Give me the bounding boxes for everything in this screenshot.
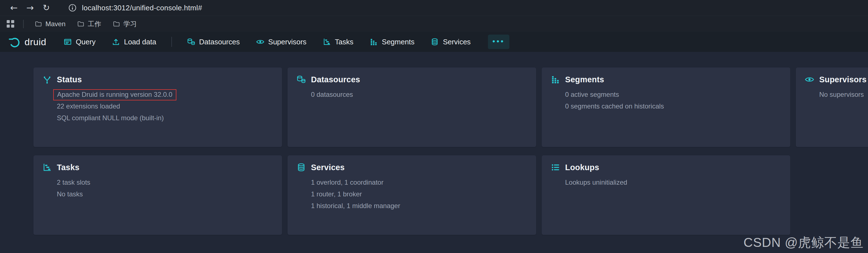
- card-title: Supervisors: [819, 75, 867, 84]
- druid-logo-text: druid: [25, 36, 46, 48]
- druid-nav: Query Load data: [62, 35, 509, 49]
- druid-logo[interactable]: druid: [8, 35, 46, 48]
- supervisors-line: No supervisors: [819, 89, 868, 101]
- folder-icon: [77, 20, 85, 28]
- folder-icon: [35, 20, 42, 28]
- refresh-icon[interactable]: ↻: [39, 1, 53, 15]
- bookmarks-separator: [23, 20, 24, 28]
- card-tasks[interactable]: Tasks 2 task slots No tasks: [33, 156, 282, 235]
- card-title: Datasources: [311, 75, 360, 84]
- nav-datasources[interactable]: Datasources: [185, 35, 242, 49]
- gantt-chart-icon: [323, 38, 331, 46]
- nav-label: Query: [76, 38, 96, 46]
- stacked-chart-icon: [370, 38, 378, 46]
- card-title: Services: [311, 163, 345, 172]
- multi-database-icon: [297, 75, 306, 84]
- task-slots-line: 2 task slots: [57, 176, 274, 188]
- bookmark-work[interactable]: 工作: [74, 18, 104, 30]
- services-line-2: 1 router, 1 broker: [311, 188, 528, 200]
- bookmark-label: Maven: [45, 20, 65, 28]
- services-line-3: 1 historical, 1 middle manager: [311, 200, 528, 212]
- browser-toolbar: ← → ↻ localhost:3012/unified-console.htm…: [0, 0, 868, 16]
- bookmark-study[interactable]: 学习: [110, 18, 140, 30]
- card-title: Segments: [565, 75, 604, 84]
- active-segments-line: 0 active segments: [565, 89, 782, 101]
- no-tasks-line: No tasks: [57, 188, 274, 200]
- nav-label: Tasks: [335, 38, 353, 46]
- gantt-chart-icon: [42, 163, 52, 172]
- nav-load-data[interactable]: Load data: [110, 35, 158, 49]
- nav-label: Services: [443, 38, 471, 46]
- nav-label: Datasources: [199, 38, 240, 46]
- nav-services[interactable]: Services: [429, 35, 472, 49]
- nav-label: Supervisors: [268, 38, 307, 46]
- back-icon[interactable]: ←: [7, 1, 21, 15]
- nav-label: Load data: [124, 38, 156, 46]
- address-bar[interactable]: localhost:3012/unified-console.html#: [62, 2, 208, 14]
- druid-header: druid Query: [0, 32, 868, 52]
- version-annotation-box: Apache Druid is running version 32.0.0: [53, 89, 176, 101]
- screen: ← → ↻ localhost:3012/unified-console.htm…: [0, 0, 868, 253]
- apps-grid-icon[interactable]: [7, 20, 14, 28]
- multi-database-icon: [187, 38, 195, 46]
- bookmark-label: 学习: [123, 20, 137, 28]
- card-title: Lookups: [565, 163, 599, 172]
- services-line-1: 1 overlord, 1 coordinator: [311, 176, 528, 188]
- upload-icon: [112, 38, 120, 46]
- console-icon: [64, 38, 72, 46]
- eye-icon: [805, 75, 814, 84]
- status-null-mode-line: SQL compliant NULL mode (built-in): [57, 112, 274, 124]
- bookmark-label: 工作: [88, 20, 101, 28]
- stacked-chart-icon: [551, 75, 560, 84]
- nav-tasks[interactable]: Tasks: [321, 35, 355, 49]
- status-version-line: Apache Druid is running version 32.0.0: [57, 89, 274, 101]
- lookups-line: Lookups uninitialized: [565, 176, 782, 188]
- folder-icon: [113, 20, 120, 28]
- nav-query[interactable]: Query: [62, 35, 97, 49]
- home-view: Status Apache Druid is running version 3…: [0, 52, 868, 253]
- properties-icon: [551, 163, 560, 172]
- more-menu-button[interactable]: •••: [488, 35, 509, 49]
- card-title: Tasks: [57, 163, 80, 172]
- forward-icon[interactable]: →: [23, 1, 37, 15]
- datasource-count-line: 0 datasources: [311, 89, 528, 101]
- card-services[interactable]: Services 1 overlord, 1 coordinator 1 rou…: [287, 156, 536, 235]
- nav-segments[interactable]: Segments: [368, 35, 416, 49]
- cached-segments-line: 0 segments cached on historicals: [565, 101, 782, 112]
- csdn-watermark: CSDN @虎鲸不是鱼: [743, 234, 864, 251]
- eye-icon: [256, 38, 265, 46]
- info-icon[interactable]: [68, 3, 77, 12]
- card-segments[interactable]: Segments 0 active segments 0 segments ca…: [542, 67, 790, 147]
- card-status[interactable]: Status Apache Druid is running version 3…: [33, 67, 282, 147]
- url-text[interactable]: localhost:3012/unified-console.html#: [82, 4, 202, 12]
- status-extensions-line: 22 extensions loaded: [57, 101, 274, 112]
- database-icon: [297, 163, 306, 172]
- database-icon: [431, 38, 439, 46]
- bookmarks-bar: Maven 工作 学习: [0, 16, 868, 32]
- bookmark-maven[interactable]: Maven: [32, 19, 68, 30]
- card-datasources[interactable]: Datasources 0 datasources: [287, 67, 536, 147]
- fork-icon: [42, 75, 52, 84]
- card-title: Status: [57, 75, 82, 84]
- nav-label: Segments: [382, 38, 414, 46]
- card-supervisors[interactable]: Supervisors No supervisors: [796, 67, 868, 147]
- nav-separator: [172, 37, 172, 47]
- cards-grid: Status Apache Druid is running version 3…: [0, 67, 868, 235]
- card-lookups[interactable]: Lookups Lookups uninitialized: [542, 156, 790, 235]
- nav-supervisors[interactable]: Supervisors: [254, 35, 308, 49]
- druid-logo-icon: [8, 35, 21, 48]
